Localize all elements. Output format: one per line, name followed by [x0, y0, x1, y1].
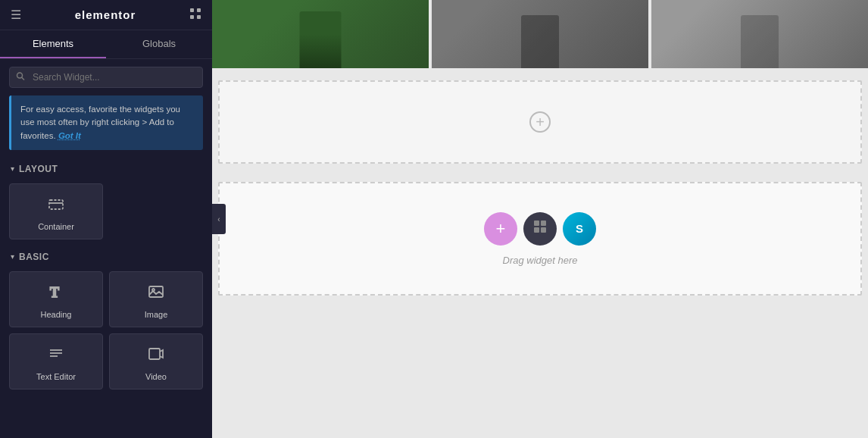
- svg-text:T: T: [50, 285, 59, 300]
- drag-widget-text: Drag widget here: [503, 255, 578, 266]
- sidebar-header: ☰ elementor: [0, 0, 212, 30]
- svg-rect-14: [149, 349, 160, 359]
- image-row-section: [212, 0, 868, 68]
- drag-icon-dark[interactable]: [523, 212, 557, 246]
- basic-section-title: Basic: [19, 252, 49, 262]
- tip-text: For easy access, favorite the widgets yo…: [20, 105, 180, 140]
- drag-icons-row: + S: [484, 212, 596, 246]
- svg-rect-16: [541, 221, 546, 226]
- video-icon: [147, 345, 165, 366]
- layout-chevron-icon: ▾: [11, 164, 14, 173]
- widget-container[interactable]: Container: [9, 183, 103, 239]
- widget-heading[interactable]: T Heading: [9, 271, 103, 327]
- layout-section-title: Layout: [19, 164, 58, 174]
- drag-widget-section[interactable]: + S Drag widget here: [218, 182, 862, 296]
- section-header-basic[interactable]: ▾ Basic: [0, 246, 212, 268]
- image-thumb-1: [212, 0, 429, 68]
- sidebar-collapse-toggle[interactable]: ‹: [212, 204, 226, 234]
- search-container: [0, 59, 212, 95]
- tab-elements[interactable]: Elements: [0, 30, 106, 58]
- heading-icon: T: [47, 283, 65, 304]
- svg-rect-18: [541, 227, 546, 233]
- basic-chevron-icon: ▾: [11, 252, 14, 261]
- elementor-logo: elementor: [75, 8, 136, 21]
- plus-icon: +: [535, 114, 545, 130]
- image-thumb-3: [651, 0, 868, 68]
- svg-point-4: [17, 73, 23, 78]
- svg-rect-15: [534, 221, 539, 226]
- add-icon: +: [496, 219, 506, 239]
- widget-text[interactable]: Text Editor: [9, 333, 103, 390]
- container-label: Container: [38, 222, 74, 231]
- svg-rect-3: [197, 15, 201, 19]
- text-label: Text Editor: [36, 372, 76, 381]
- svg-rect-6: [49, 200, 63, 209]
- hamburger-icon[interactable]: ☰: [11, 8, 21, 22]
- canvas-area: + + S Drag widget here: [212, 0, 868, 438]
- image-label: Image: [145, 310, 168, 319]
- svg-line-5: [22, 77, 25, 80]
- text-icon: [47, 345, 65, 366]
- search-input[interactable]: [9, 67, 203, 88]
- svg-rect-2: [190, 15, 194, 19]
- widget-video[interactable]: Video: [109, 333, 203, 390]
- container-icon: [47, 195, 65, 216]
- basic-widget-grid: T Heading Image: [0, 268, 212, 396]
- drag-circle-blue-icon: S: [576, 222, 583, 235]
- widget-image[interactable]: Image: [109, 271, 203, 327]
- svg-rect-0: [190, 8, 194, 12]
- tab-globals[interactable]: Globals: [106, 30, 212, 58]
- layout-widget-grid: Container: [0, 180, 212, 246]
- svg-rect-9: [149, 286, 163, 297]
- drag-circle-dark-icon: [532, 219, 548, 238]
- heading-label: Heading: [41, 310, 72, 319]
- sidebar-tabs: Elements Globals: [0, 30, 212, 59]
- grid-icon[interactable]: [189, 8, 201, 23]
- widget-sections: ▾ Layout Container ▾ Basic: [0, 158, 212, 438]
- image-icon: [147, 283, 165, 304]
- tip-box: For easy access, favorite the widgets yo…: [9, 95, 203, 150]
- add-widget-button[interactable]: +: [484, 212, 517, 246]
- collapse-icon: ‹: [217, 215, 220, 224]
- canvas-inner: + + S Drag widget here: [212, 0, 868, 438]
- add-section-button[interactable]: +: [529, 111, 551, 133]
- search-icon: [16, 72, 25, 83]
- got-it-link[interactable]: Got It: [58, 131, 81, 140]
- video-label: Video: [145, 372, 167, 381]
- drag-icon-blue[interactable]: S: [563, 212, 596, 246]
- svg-rect-17: [534, 227, 539, 233]
- sidebar: ☰ elementor Elements Globals For easy ac…: [0, 0, 212, 438]
- image-thumb-2: [429, 0, 651, 68]
- section-header-layout[interactable]: ▾ Layout: [0, 158, 212, 180]
- svg-rect-1: [197, 8, 201, 12]
- empty-section[interactable]: +: [218, 80, 862, 164]
